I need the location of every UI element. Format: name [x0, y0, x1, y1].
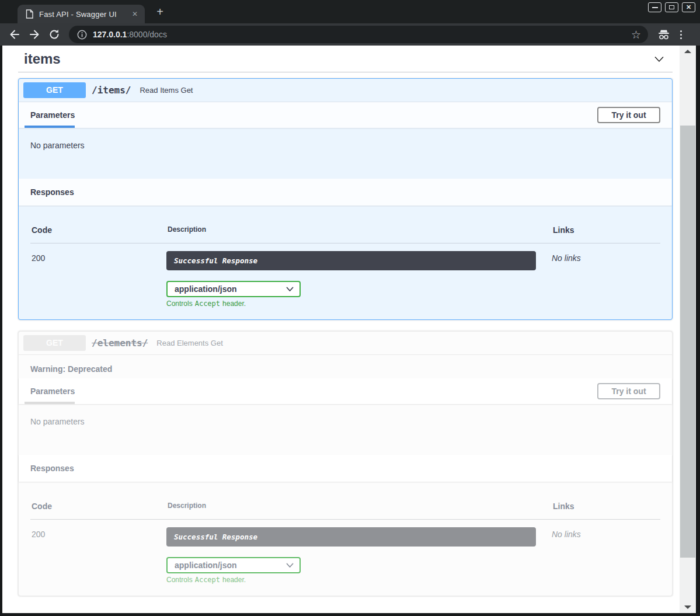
endpoint-path[interactable]: /items/	[92, 85, 131, 96]
response-code: 200	[30, 251, 166, 263]
responses-title: Responses	[30, 464, 74, 473]
reload-button[interactable]	[44, 25, 64, 44]
endpoint-path[interactable]: /elements/	[92, 337, 148, 349]
response-description-box: Successful Response	[166, 527, 536, 547]
accept-header-note: ControlsAcceptheader.	[166, 300, 552, 308]
response-description: Successful Response	[174, 533, 257, 541]
parameters-header: Parameters Try it out	[19, 102, 672, 128]
url-path: :8000/docs	[127, 30, 167, 39]
new-tab-button[interactable]: +	[153, 6, 167, 19]
deprecated-warning: Warning: Deprecated	[19, 355, 672, 378]
opblock-get-items: GET /items/ Read Items Get Parameters Tr…	[18, 78, 673, 320]
media-type-select[interactable]: application/json	[166, 557, 301, 573]
page-content: items GET /items/ Read Items Get Paramet…	[2, 46, 680, 613]
column-header-code: Code	[32, 502, 168, 511]
active-tab-underline	[25, 402, 75, 404]
accept-header-note: ControlsAcceptheader.	[166, 576, 552, 584]
opblock-get-elements-deprecated: GET /elements/ Read Elements Get Warning…	[18, 331, 673, 596]
column-header-description: Description	[168, 502, 553, 510]
try-it-out-button[interactable]: Try it out	[597, 383, 660, 399]
column-header-links: Links	[553, 502, 660, 511]
tag-section-header[interactable]: items	[18, 46, 673, 72]
responses-header: Responses	[19, 179, 672, 206]
tab-parameters[interactable]: Parameters	[30, 387, 75, 396]
back-button[interactable]	[5, 25, 25, 44]
browser-tab-bar: Fast API - Swagger UI ✕ + ✕	[0, 0, 700, 23]
scrollbar-thumb[interactable]	[680, 126, 695, 558]
bookmark-star-icon[interactable]: ☆	[631, 29, 641, 40]
window-maximize-button[interactable]	[665, 2, 678, 12]
tag-title: items	[24, 51, 653, 67]
scrollbar-down-arrow[interactable]	[684, 605, 691, 609]
responses-header: Responses	[19, 455, 672, 482]
browser-toolbar: 127.0.0.1:8000/docs ☆	[0, 23, 700, 46]
window-minimize-button[interactable]	[648, 2, 661, 12]
method-badge: GET	[23, 82, 86, 98]
column-header-description: Description	[168, 225, 553, 234]
method-badge: GET	[23, 335, 86, 351]
opblock-summary[interactable]: GET /items/ Read Items Get	[19, 79, 672, 102]
media-type-select[interactable]: application/json	[166, 281, 301, 297]
media-type-value: application/json	[175, 561, 286, 570]
response-links: No links	[552, 251, 660, 263]
scrollbar-up-arrow[interactable]	[684, 50, 691, 53]
select-chevron-icon	[286, 287, 294, 292]
responses-table-header: Code Description Links	[30, 490, 660, 520]
select-chevron-icon	[286, 563, 294, 568]
tab-parameters[interactable]: Parameters	[30, 110, 75, 120]
response-row: 200 Successful Response application/json…	[30, 243, 660, 308]
endpoint-summary: Read Elements Get	[156, 339, 222, 347]
url-host: 127.0.0.1	[93, 30, 127, 39]
browser-tab[interactable]: Fast API - Swagger UI ✕	[18, 5, 145, 23]
address-bar[interactable]: 127.0.0.1:8000/docs ☆	[69, 26, 648, 43]
forward-button[interactable]	[25, 25, 44, 44]
response-code: 200	[30, 527, 166, 539]
response-description: Successful Response	[174, 256, 257, 265]
browser-menu-icon[interactable]	[680, 30, 682, 39]
response-row: 200 Successful Response application/json…	[30, 520, 660, 584]
active-tab-underline	[25, 126, 75, 128]
responses-table-header: Code Description Links	[30, 214, 660, 243]
endpoint-summary: Read Items Get	[140, 86, 193, 95]
opblock-summary[interactable]: GET /elements/ Read Elements Get	[19, 332, 672, 355]
page-icon	[26, 9, 33, 19]
parameters-header: Parameters Try it out	[19, 378, 672, 404]
response-description-box: Successful Response	[166, 251, 536, 270]
tab-title: Fast API - Swagger UI	[39, 10, 132, 19]
no-parameters-text: No parameters	[30, 417, 660, 426]
url-text[interactable]: 127.0.0.1:8000/docs	[93, 30, 167, 39]
chevron-down-icon[interactable]	[653, 53, 666, 65]
column-header-links: Links	[553, 225, 660, 235]
try-it-out-button[interactable]: Try it out	[597, 107, 660, 123]
window-close-button[interactable]: ✕	[682, 2, 695, 12]
site-info-icon[interactable]	[77, 30, 87, 40]
column-header-code: Code	[32, 225, 168, 235]
no-parameters-text: No parameters	[30, 141, 660, 150]
page-scrollbar[interactable]	[680, 46, 696, 613]
incognito-icon	[657, 28, 671, 41]
media-type-value: application/json	[175, 284, 286, 294]
responses-title: Responses	[30, 187, 74, 197]
response-links: No links	[552, 527, 660, 539]
tab-close-icon[interactable]: ✕	[132, 10, 138, 18]
